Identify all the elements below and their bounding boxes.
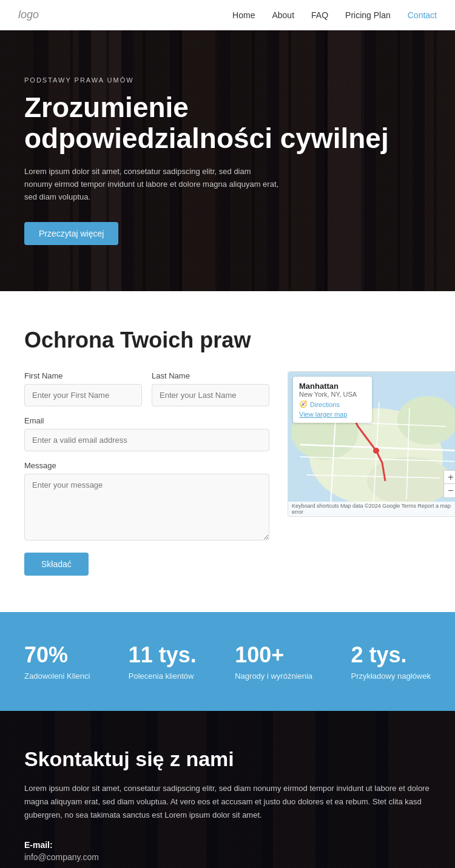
contact-section: Ochrona Twoich praw First Name Last Name… — [0, 291, 455, 612]
stat-item-1: 70% Zadowoleni Klienci — [24, 642, 90, 681]
email-label: Email — [24, 416, 269, 425]
svg-point-4 — [367, 457, 452, 505]
map-zoom-out[interactable]: − — [444, 484, 455, 497]
map-footer: Keyboard shortcuts Map data ©2024 Google… — [288, 502, 455, 516]
stat-label-1: Zadowoleni Klienci — [24, 671, 90, 681]
map-info-box: Manhattan New York, NY, USA 🧭 Directions… — [293, 377, 372, 423]
hero-cta-button[interactable]: Przeczytaj więcej — [24, 222, 118, 245]
first-name-input[interactable] — [24, 384, 142, 406]
dark-title: Skontaktuj się z nami — [24, 747, 431, 771]
nav-about[interactable]: About — [272, 10, 294, 20]
message-label: Message — [24, 461, 269, 470]
stat-item-3: 100+ Nagrody i wyróżnienia — [235, 642, 312, 681]
submit-button[interactable]: Składać — [24, 553, 89, 576]
dark-description: Lorem ipsum dolor sit amet, consetatur s… — [24, 782, 431, 822]
nav-links: Home About FAQ Pricing Plan Contact — [232, 10, 437, 20]
first-name-group: First Name — [24, 371, 142, 406]
stat-number-1: 70% — [24, 642, 90, 668]
contact-form: First Name Last Name Email Message Skład… — [24, 371, 269, 576]
map-view-larger-link[interactable]: View larger map — [299, 411, 366, 418]
dark-contact-section: Skontaktuj się z nami Lorem ipsum dolor … — [0, 711, 455, 868]
logo: logo — [18, 8, 39, 21]
stat-item-4: 2 tys. Przykładowy nagłówek — [351, 642, 431, 681]
hero-section: PODSTAWY PRAWA UMÓW Zrozumienie odpowied… — [0, 30, 455, 291]
stat-number-4: 2 tys. — [351, 642, 431, 668]
map-zoom-in[interactable]: + — [444, 471, 455, 484]
last-name-input[interactable] — [152, 384, 269, 406]
map-location-sub: New York, NY, USA — [299, 391, 366, 398]
svg-point-12 — [373, 448, 379, 454]
nav-pricing[interactable]: Pricing Plan — [345, 10, 391, 20]
contact-section-title: Ochrona Twoich praw — [24, 328, 431, 353]
stat-label-4: Przykładowy nagłówek — [351, 671, 431, 681]
contact-layout: First Name Last Name Email Message Skład… — [24, 371, 431, 576]
nav-contact[interactable]: Contact — [408, 10, 437, 20]
stats-section: 70% Zadowoleni Klienci 11 tys. Polecenia… — [0, 612, 455, 711]
map-directions-link[interactable]: 🧭 Directions — [299, 400, 366, 408]
navbar: logo Home About FAQ Pricing Plan Contact — [0, 0, 455, 30]
email-input[interactable] — [24, 429, 269, 451]
message-group: Message — [24, 461, 269, 540]
map-zoom-controls: + − — [443, 470, 455, 498]
stat-label-2: Polecenia klientów — [129, 671, 197, 681]
name-row: First Name Last Name — [24, 371, 269, 406]
message-textarea[interactable] — [24, 474, 269, 540]
stat-number-2: 11 tys. — [129, 642, 197, 668]
map-container: Manhattan New York, NY, USA 🧭 Directions… — [288, 371, 455, 517]
map-location-title: Manhattan — [299, 382, 366, 391]
stat-label-3: Nagrody i wyróżnienia — [235, 671, 312, 681]
last-name-group: Last Name — [152, 371, 269, 406]
nav-home[interactable]: Home — [232, 10, 255, 20]
hero-title: Zrozumienie odpowiedzialności cywilnej — [24, 92, 431, 153]
stat-item-2: 11 tys. Polecenia klientów — [129, 642, 197, 681]
stat-number-3: 100+ — [235, 642, 312, 668]
nav-faq[interactable]: FAQ — [311, 10, 328, 20]
hero-description: Lorem ipsum dolor sit amet, consetatur s… — [24, 166, 279, 203]
email-group: Email — [24, 416, 269, 451]
first-name-label: First Name — [24, 371, 142, 380]
last-name-label: Last Name — [152, 371, 269, 380]
email-contact-info: E-mail: info@company.com — [24, 840, 431, 862]
email-contact-label: E-mail: — [24, 840, 431, 850]
email-contact-value: info@company.com — [24, 852, 431, 862]
hero-subtitle: PODSTAWY PRAWA UMÓW — [24, 76, 431, 84]
